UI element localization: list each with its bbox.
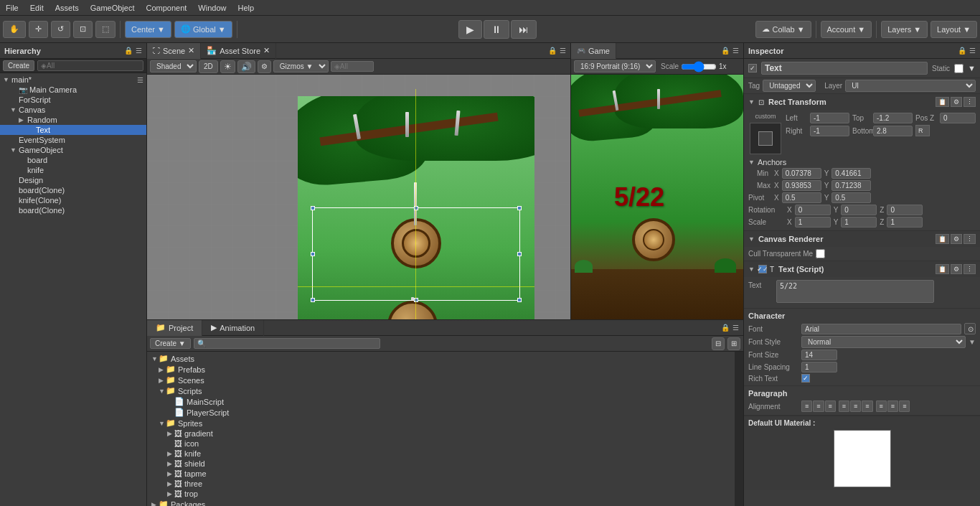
- cr-script-btn[interactable]: 📋: [936, 234, 949, 244]
- rot-x[interactable]: [795, 205, 831, 215]
- left-input[interactable]: [810, 113, 849, 123]
- text-script-textarea[interactable]: 5/22: [776, 280, 934, 303]
- scene-canvas[interactable]: [147, 75, 570, 319]
- list-item[interactable]: ▶ Random: [0, 115, 146, 125]
- rt-r-btn[interactable]: R: [915, 125, 930, 136]
- menu-window[interactable]: Window: [192, 2, 232, 14]
- project-view-button1[interactable]: ⊟: [712, 337, 725, 350]
- list-item[interactable]: board: [0, 155, 146, 165]
- game-tab[interactable]: 🎮 Game: [571, 43, 616, 59]
- inspector-lock-icon[interactable]: 🔒: [958, 47, 966, 55]
- project-create-button[interactable]: Create ▼: [150, 338, 191, 349]
- align-mid-left-btn[interactable]: ≡: [839, 400, 849, 412]
- menu-gameobject[interactable]: GameObject: [85, 2, 141, 14]
- list-item[interactable]: 📄 PlayerScript: [149, 407, 733, 418]
- project-menu-icon[interactable]: ☰: [732, 324, 739, 332]
- gizmos-dropdown[interactable]: Gizmos ▼: [273, 60, 329, 72]
- object-name-input[interactable]: [761, 62, 928, 75]
- list-item[interactable]: ForScript: [0, 95, 146, 105]
- align-bot-right-btn[interactable]: ≡: [899, 400, 910, 412]
- scale-z[interactable]: [887, 217, 923, 228]
- ts-settings-btn[interactable]: ⚙: [951, 264, 962, 274]
- bottom-input[interactable]: [873, 126, 913, 136]
- list-item[interactable]: ▶ 📁 Scenes: [149, 375, 733, 385]
- game-canvas[interactable]: 5/22: [571, 75, 743, 319]
- layer-dropdown[interactable]: UI: [845, 80, 976, 92]
- collab-button[interactable]: ☁ Collab ▼: [755, 21, 811, 38]
- layout-button[interactable]: Layout ▼: [930, 21, 977, 38]
- list-item[interactable]: ▶ 🖼 three: [149, 479, 733, 489]
- list-item[interactable]: board(Clone): [0, 205, 146, 215]
- list-item[interactable]: ▶ 🖼 knife: [149, 449, 733, 459]
- align-top-left-btn[interactable]: ≡: [801, 400, 812, 412]
- list-item[interactable]: ▶ 🖼 trop: [149, 489, 733, 499]
- anchor-min-x[interactable]: [782, 168, 821, 179]
- rotate-tool-button[interactable]: ↺: [51, 21, 70, 38]
- scale-x[interactable]: [795, 217, 831, 228]
- text-script-enabled[interactable]: ✓: [758, 265, 767, 273]
- line-spacing-input[interactable]: [801, 362, 837, 373]
- rich-text-checkbox[interactable]: [801, 374, 810, 383]
- account-button[interactable]: Account ▼: [821, 21, 872, 38]
- rot-y[interactable]: [841, 205, 877, 215]
- hierarchy-create-button[interactable]: Create: [3, 60, 34, 71]
- scene-search-input[interactable]: [331, 61, 374, 72]
- list-item[interactable]: ▼ 📁 Sprites: [149, 418, 733, 428]
- top-input[interactable]: [873, 113, 913, 123]
- font-style-dropdown[interactable]: Normal Bold Italic: [801, 336, 966, 348]
- cr-settings-btn[interactable]: ⚙: [951, 234, 962, 244]
- list-item[interactable]: EventSystem: [0, 135, 146, 145]
- list-item[interactable]: ▶ 📁 Prefabs: [149, 364, 733, 375]
- canvas-renderer-header[interactable]: ▼ Canvas Renderer 📋 ⚙ ⋮: [744, 231, 980, 247]
- align-top-right-btn[interactable]: ≡: [825, 400, 836, 412]
- move-tool-button[interactable]: ✛: [29, 21, 48, 38]
- menu-edit[interactable]: Edit: [24, 2, 50, 14]
- list-item[interactable]: ▼ 📁 Assets: [149, 353, 733, 364]
- text-script-header[interactable]: ▼ ✓ T Text (Script) 📋 ⚙ ⋮: [744, 261, 980, 277]
- pivot-x[interactable]: [782, 192, 821, 203]
- 2d-button[interactable]: 2D: [199, 60, 218, 73]
- static-checkbox[interactable]: [954, 64, 963, 73]
- list-item[interactable]: ▶ 📁 Packages: [149, 499, 733, 506]
- audio-button[interactable]: 🔊: [237, 60, 255, 73]
- list-item[interactable]: 📷 Main Camera: [0, 85, 146, 95]
- pivot-y[interactable]: [831, 192, 871, 203]
- list-item[interactable]: 📄 MainScript: [149, 396, 733, 407]
- game-lock-icon[interactable]: 🔒: [721, 47, 730, 55]
- project-scrollbar[interactable]: [735, 352, 743, 506]
- menu-file[interactable]: File: [0, 2, 24, 14]
- anchor-max-y[interactable]: [831, 180, 871, 191]
- project-view-button2[interactable]: ⊞: [727, 337, 740, 350]
- shaded-dropdown[interactable]: Shaded: [150, 60, 197, 72]
- align-bot-center-btn[interactable]: ≡: [887, 400, 898, 412]
- scene-menu-icon[interactable]: ☰: [560, 47, 566, 55]
- align-top-center-btn[interactable]: ≡: [813, 400, 824, 412]
- font-size-input[interactable]: [801, 350, 837, 360]
- cr-menu-btn[interactable]: ⋮: [963, 234, 976, 244]
- right-input[interactable]: [810, 126, 849, 136]
- list-item[interactable]: board(Clone): [0, 185, 146, 195]
- list-item[interactable]: Design: [0, 175, 146, 185]
- posz-input[interactable]: [940, 113, 976, 123]
- hierarchy-lock-icon[interactable]: 🔒: [124, 47, 133, 55]
- layers-button[interactable]: Layers ▼: [881, 21, 928, 38]
- scale-tool-button[interactable]: ⊡: [73, 21, 93, 38]
- list-item[interactable]: ▼ main* ☰: [0, 75, 146, 85]
- rot-z[interactable]: [887, 205, 923, 215]
- cull-checkbox[interactable]: [816, 249, 825, 258]
- align-bot-left-btn[interactable]: ≡: [876, 400, 887, 412]
- menu-component[interactable]: Component: [140, 2, 192, 14]
- anchor-min-y[interactable]: [831, 168, 871, 179]
- object-active-checkbox[interactable]: [748, 64, 757, 72]
- list-item[interactable]: Text: [0, 125, 146, 135]
- project-tab[interactable]: 📁 Project: [147, 320, 202, 336]
- resolution-dropdown[interactable]: 16:9 Portrait (9:16): [574, 60, 656, 72]
- hand-tool-button[interactable]: ✋: [3, 21, 26, 38]
- list-item[interactable]: ▼ 📁 Scripts: [149, 385, 733, 396]
- game-menu-icon[interactable]: ☰: [732, 47, 739, 55]
- scene-lock-icon[interactable]: 🔒: [548, 47, 557, 55]
- list-item[interactable]: ▶ 🖼 shield: [149, 459, 733, 469]
- scene-tab[interactable]: ⛶ Scene ✕: [147, 43, 201, 59]
- rect-tool-button[interactable]: ⬚: [95, 21, 116, 38]
- rt-menu-btn[interactable]: ⋮: [963, 97, 976, 107]
